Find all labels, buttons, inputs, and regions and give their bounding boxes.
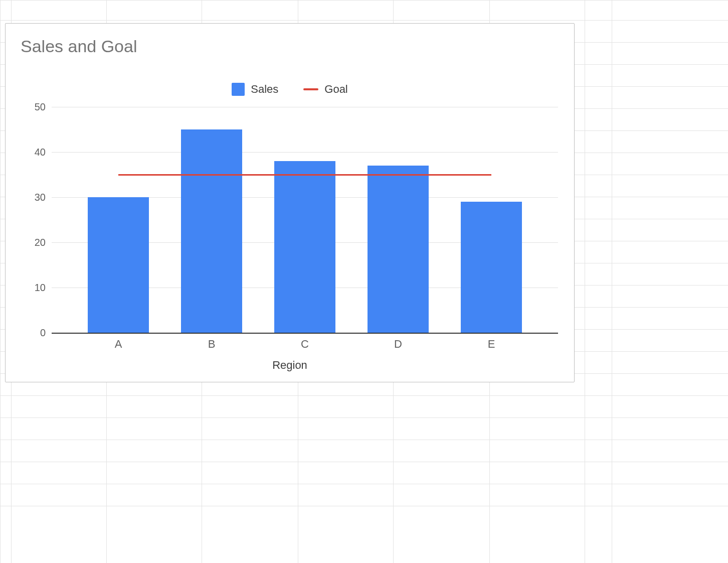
legend-swatch-goal-icon (303, 88, 318, 90)
y-tick-label: 20 (32, 237, 52, 248)
y-tick-label: 10 (32, 282, 52, 294)
chart-plot-area: 01020304050ABCDE (52, 107, 558, 333)
gridline (52, 152, 558, 153)
x-tick-label: C (301, 333, 309, 351)
gridline (52, 107, 558, 107)
y-tick-label: 40 (32, 147, 52, 158)
legend-item-sales: Sales (232, 83, 278, 96)
bar-A[interactable] (88, 197, 149, 333)
y-tick-label: 30 (32, 192, 52, 203)
bar-C[interactable] (274, 161, 336, 333)
y-tick-label: 0 (32, 327, 52, 339)
x-tick-label: E (488, 333, 495, 351)
bar-D[interactable] (368, 166, 429, 333)
legend-swatch-sales-icon (232, 83, 245, 96)
x-tick-label: A (115, 333, 122, 351)
chart-title: Sales and Goal (21, 37, 137, 56)
legend-item-goal: Goal (303, 83, 347, 96)
x-tick-label: B (208, 333, 216, 351)
x-axis-label: Region (6, 359, 574, 372)
chart-card[interactable]: Sales and Goal Sales Goal 01020304050ABC… (5, 23, 575, 382)
x-tick-label: D (394, 333, 402, 351)
bar-B[interactable] (181, 129, 243, 333)
chart-legend: Sales Goal (6, 83, 574, 96)
bar-E[interactable] (461, 202, 522, 333)
legend-label-goal: Goal (324, 83, 347, 96)
y-tick-label: 50 (32, 101, 52, 113)
legend-label-sales: Sales (251, 83, 278, 96)
goal-line[interactable] (118, 174, 491, 176)
